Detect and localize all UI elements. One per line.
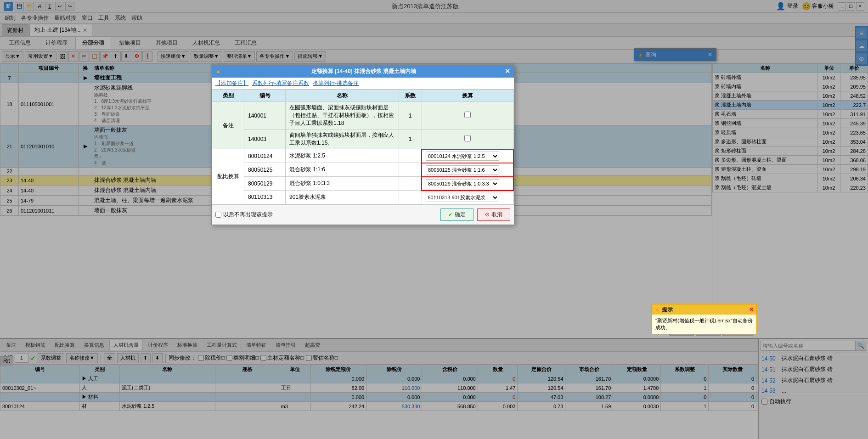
modal-col-coeff: 系数 xyxy=(399,90,422,102)
modal-row[interactable]: 80110313 901胶素水泥浆 80110313 901胶素水泥浆 xyxy=(212,191,514,204)
modal-close-btn[interactable]: ✕ xyxy=(505,68,510,75)
modal-header: ▲ 定额换算 [14-40] 抹混合砂浆 混凝土墙内墙 ✕ xyxy=(212,65,514,78)
exchange-select-2[interactable]: 80050129 混合砂浆 1:0:3:3 xyxy=(426,179,499,188)
no-show-again-label[interactable]: 以后不再出现该提示 xyxy=(215,211,273,219)
notification-close-btn[interactable]: ✕ xyxy=(749,306,754,313)
notification-message: "聚贤新村(增值税一般计税).emjsx"自动备份成功。 xyxy=(652,315,756,334)
exchange-select-1[interactable]: 80050125 混合砂浆 1:1:6 xyxy=(426,165,499,174)
confirm-btn[interactable]: ✓ 确定 xyxy=(440,208,473,221)
modal-checkbox-0[interactable] xyxy=(464,112,471,118)
modal-body: 类别 编号 名称 系数 换算 备注 140001 在圆弧形墙面、梁面抹灰或镶贴块… xyxy=(212,90,514,204)
modal-row[interactable]: 80050129 混合砂浆 1:0:3:3 80050129 混合砂浆 1:0:… xyxy=(212,177,514,191)
modal-col-name: 名称 xyxy=(286,90,399,102)
modal-footer: 以后不再出现该提示 ✓ 确定 ⊘ 取消 xyxy=(212,204,514,225)
modal-row[interactable]: 140003 窗间墙单独抹灰或镶贴块材面层，按相应人工乘以系数1.15。 1 xyxy=(212,129,514,149)
modal-title-icon: ▲ xyxy=(215,68,221,74)
modal-title: 定额换算 [14-40] 抹混合砂浆 混凝土墙内墙 xyxy=(311,68,417,75)
modal-dialog: ▲ 定额换算 [14-40] 抹混合砂浆 混凝土墙内墙 ✕ 【添加备注】 系数列… xyxy=(211,64,514,225)
modal-subheader: 【添加备注】 系数列行-填写备注系数 换算列行-挑选备注 xyxy=(212,78,514,90)
notification-box: ▲ 提示 ✕ "聚贤新村(增值税一般计税).emjsx"自动备份成功。 xyxy=(651,304,757,334)
notification-header: ▲ 提示 ✕ xyxy=(652,304,756,315)
exchange-select-3[interactable]: 80110313 901胶素水泥浆 xyxy=(426,193,499,202)
modal-checkbox-1[interactable] xyxy=(464,135,471,141)
modal-col-code: 编号 xyxy=(244,90,286,102)
modal-col-category: 类别 xyxy=(212,90,244,102)
modal-section-mix: 配比换算 80010124 水泥砂浆 1:2.5 80010124 水泥砂浆 1… xyxy=(212,149,514,163)
no-show-again-checkbox[interactable] xyxy=(215,212,221,218)
modal-section-notes: 备注 140001 在圆弧形墙面、梁面抹灰或镶贴块材面层（包括挂贴、干挂石材块料… xyxy=(212,102,514,129)
modal-col-exchange: 换算 xyxy=(422,90,513,102)
modal-table: 类别 编号 名称 系数 换算 备注 140001 在圆弧形墙面、梁面抹灰或镶贴块… xyxy=(212,90,514,204)
coeff-row-link[interactable]: 系数列行-填写备注系数 xyxy=(252,79,309,87)
modal-row[interactable]: 80050125 混合砂浆 1:1:6 80050125 混合砂浆 1:1:6 xyxy=(212,163,514,177)
add-note-link[interactable]: 【添加备注】 xyxy=(215,79,248,87)
cancel-btn[interactable]: ⊘ 取消 xyxy=(477,208,510,221)
exchange-select-0[interactable]: 80010124 水泥砂浆 1:2.5 xyxy=(426,152,499,161)
exchange-row-link[interactable]: 换算列行-挑选备注 xyxy=(313,79,359,87)
